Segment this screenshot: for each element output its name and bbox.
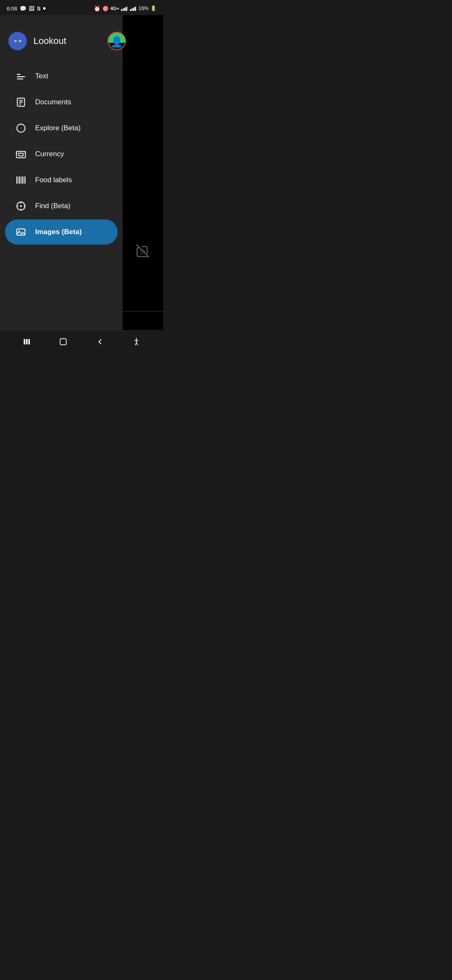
svg-rect-12 (19, 153, 23, 156)
nav-item-find[interactable]: Find (Beta) (5, 193, 118, 219)
whatsapp-icon: 💬 (20, 5, 26, 12)
svg-point-23 (21, 206, 21, 206)
svg-rect-30 (23, 339, 25, 345)
home-button[interactable] (54, 333, 72, 351)
currency-icon (15, 148, 27, 160)
svg-line-38 (136, 343, 138, 345)
find-icon (15, 200, 27, 212)
documents-icon (15, 96, 27, 108)
svg-rect-20 (23, 176, 24, 183)
svg-marker-10 (19, 126, 23, 130)
svg-point-9 (17, 124, 25, 132)
status-bar: 6:06 💬 🖼 S ⏰ 🎯 4G+ 16% 🔋 (0, 0, 163, 15)
svg-rect-2 (17, 74, 21, 75)
gallery-icon: 🖼 (29, 5, 34, 12)
svg-rect-28 (17, 229, 25, 235)
explore-icon (15, 122, 27, 134)
svg-rect-18 (21, 176, 21, 183)
nav-label-explore: Explore (Beta) (35, 124, 81, 132)
recents-button[interactable] (18, 333, 36, 351)
status-left: 6:06 💬 🖼 S (7, 5, 46, 12)
right-panel-divider (123, 311, 164, 312)
nav-label-text: Text (35, 72, 48, 80)
svg-rect-16 (18, 176, 18, 183)
bottom-navigation (0, 330, 163, 353)
battery-icon: 🔋 (150, 5, 157, 11)
avatar[interactable]: 👤 (108, 32, 126, 50)
svg-rect-15 (16, 176, 17, 183)
camera-disabled-icon (135, 243, 150, 261)
nav-label-images: Images (Beta) (35, 228, 82, 236)
images-icon (15, 226, 27, 238)
battery-label: 16% (139, 5, 149, 11)
nav-item-images[interactable]: Images (Beta) (5, 219, 118, 245)
nav-label-documents: Documents (35, 98, 71, 106)
status-right: ⏰ 🎯 4G+ 16% 🔋 (94, 5, 157, 12)
nav-label-find: Find (Beta) (35, 202, 70, 210)
svg-rect-32 (28, 339, 30, 345)
svg-rect-19 (22, 176, 23, 183)
drawer-title-section: 👓 Lookout (8, 32, 66, 50)
time-display: 6:06 (7, 5, 17, 12)
svg-rect-4 (17, 78, 23, 79)
svg-rect-21 (25, 176, 26, 183)
navigation-drawer: 👓 Lookout 👤 (0, 15, 123, 353)
network-label: 4G+ (110, 6, 119, 11)
main-content-panel (123, 15, 164, 353)
nav-label-food-labels: Food labels (35, 176, 72, 184)
nav-label-currency: Currency (35, 150, 64, 158)
svg-rect-3 (17, 76, 25, 77)
drawer-header: 👓 Lookout 👤 (0, 15, 123, 59)
signal-bars-2 (130, 6, 136, 11)
svg-rect-31 (26, 339, 28, 345)
app-icon: 👓 (8, 32, 27, 50)
barcode-icon (15, 174, 27, 186)
svg-rect-17 (19, 176, 20, 183)
svg-point-34 (136, 338, 137, 339)
signal-bars (121, 6, 127, 11)
svg-rect-11 (16, 152, 26, 158)
back-button[interactable] (91, 333, 109, 351)
s-icon: S (37, 5, 41, 12)
dot-indicator (43, 7, 46, 10)
text-icon (15, 70, 27, 82)
nav-item-food-labels[interactable]: Food labels (5, 168, 118, 193)
alarm-icon: ⏰ (94, 5, 100, 12)
nav-item-documents[interactable]: Documents (5, 90, 118, 115)
nav-item-explore[interactable]: Explore (Beta) (5, 116, 118, 141)
location-icon: 🎯 (102, 5, 109, 12)
svg-rect-33 (60, 339, 67, 345)
app-title: Lookout (33, 36, 66, 46)
nav-items-list: Text Documents (0, 59, 123, 250)
nav-item-text[interactable]: Text (5, 64, 118, 89)
accessibility-button[interactable] (127, 333, 146, 351)
nav-item-currency[interactable]: Currency (5, 142, 118, 167)
